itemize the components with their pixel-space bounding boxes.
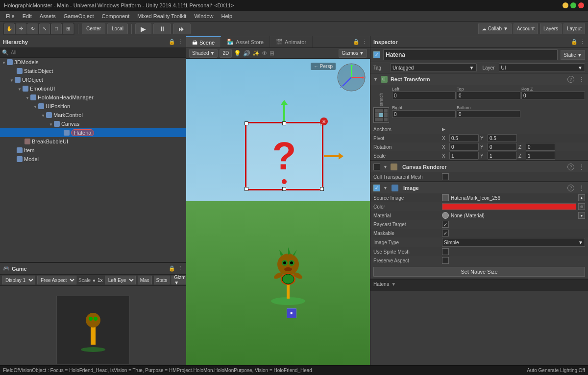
menu-icon-game[interactable]: ⋮ — [177, 265, 183, 272]
lock-icon-game[interactable]: 🔒 — [169, 265, 175, 272]
menu-mixed-reality[interactable]: Mixed Reality Toolkit — [133, 12, 190, 20]
local-btn[interactable]: Local — [107, 23, 128, 34]
cr-overflow[interactable]: ⋮ — [578, 163, 585, 171]
scene-gizmo[interactable]: X Y Z — [337, 63, 366, 92]
rt-overflow[interactable]: ⋮ — [578, 75, 585, 83]
menu-window[interactable]: Window — [190, 12, 217, 20]
menu-assets[interactable]: Assets — [36, 12, 60, 20]
tab-animator[interactable]: 🎬 Animator — [270, 36, 313, 47]
tree-item-markcontrol[interactable]: MarkControl — [0, 111, 186, 119]
aspect-select[interactable]: Free Aspect — [37, 276, 76, 284]
search-input[interactable] — [11, 50, 184, 55]
layers-btn[interactable]: Layers — [540, 23, 562, 34]
posz-input[interactable] — [521, 92, 585, 99]
step-btn[interactable]: ⏭ — [173, 23, 191, 34]
menu-edit[interactable]: Edit — [19, 12, 36, 20]
tool-hand[interactable]: ✋ — [4, 23, 15, 34]
tree-item-hatena[interactable]: Hatena — [0, 128, 186, 137]
maskable-checkbox[interactable] — [442, 230, 449, 236]
handle-b[interactable] — [282, 187, 286, 191]
canvas-renderer-header[interactable]: ▼ Canvas Renderer ? ⋮ — [370, 161, 588, 172]
image-type-dropdown[interactable]: Simple ▼ — [442, 238, 585, 247]
enable-toggle[interactable] — [373, 51, 380, 58]
tree-item-breakbubble[interactable]: BreakBubbleUI — [0, 137, 186, 146]
tool-rect[interactable]: □ — [51, 23, 62, 34]
lock-icon-scene[interactable]: 🔒 — [353, 39, 360, 45]
tree-item-uiposition[interactable]: UIPosition — [0, 102, 186, 111]
tool-rotate[interactable]: ↻ — [27, 23, 38, 34]
sprite-mesh-checkbox[interactable] — [442, 248, 449, 255]
img-enable[interactable]: ✓ — [373, 185, 380, 191]
rot-y-input[interactable] — [488, 143, 517, 151]
source-select-btn[interactable]: ● — [578, 194, 585, 201]
lock-icon[interactable]: 🔒 — [169, 39, 175, 45]
scene-cube[interactable]: ■ — [287, 308, 296, 318]
tree-item-uiobject[interactable]: UIObject — [0, 75, 186, 84]
top-input[interactable] — [457, 92, 520, 99]
object-name-input[interactable] — [383, 49, 558, 60]
collab-btn[interactable]: ☁ Collab ▼ — [478, 23, 512, 34]
tree-item-model[interactable]: Model — [0, 155, 186, 164]
raycast-checkbox[interactable] — [442, 221, 449, 228]
pivot-x-input[interactable] — [449, 134, 479, 142]
bottom-input[interactable] — [457, 110, 520, 118]
hierarchy-search[interactable]: 🔍 — [0, 48, 186, 58]
menu-inspector[interactable]: ⋮ — [580, 39, 585, 45]
scene-question-box[interactable]: ? ✕ — [245, 122, 323, 190]
tab-scene[interactable]: 🏔 Scene — [186, 36, 221, 47]
image-header[interactable]: ✓ ▼ Image ? ⋮ — [370, 182, 588, 193]
menu-component[interactable]: Component — [98, 12, 133, 20]
tree-item-staticobject[interactable]: StaticObject — [0, 67, 186, 75]
handle-bl[interactable] — [245, 187, 248, 191]
rect-transform-header[interactable]: ▼ ⊞ Rect Transform ? ⋮ — [370, 73, 588, 85]
scale-y-input[interactable] — [488, 152, 517, 160]
maximize-btn[interactable] — [570, 2, 576, 8]
close-btn[interactable] — [578, 2, 584, 8]
tool-multi[interactable]: ⊞ — [63, 23, 74, 34]
tool-scale[interactable]: ⤡ — [39, 23, 50, 34]
handle-tl[interactable] — [245, 121, 248, 125]
lock-inspector[interactable]: 🔒 — [571, 39, 578, 45]
tree-item-emotionui[interactable]: EmotionUI — [0, 84, 186, 93]
menu-icon[interactable]: ⋮ — [177, 39, 183, 45]
gizmos-btn[interactable]: Gizmos ▼ — [339, 49, 367, 58]
preserve-checkbox[interactable] — [442, 257, 449, 264]
scale-x-input[interactable] — [449, 152, 479, 160]
tag-dropdown[interactable]: Untagged ▼ — [390, 63, 477, 72]
audio-icon[interactable]: 🔊 — [243, 50, 250, 57]
layout-btn[interactable]: Layout — [564, 23, 585, 34]
handle-br[interactable] — [320, 187, 324, 191]
rt-info[interactable]: ? — [567, 76, 574, 83]
eye-select[interactable]: Left Eye — [105, 276, 136, 284]
cull-checkbox[interactable] — [442, 173, 449, 180]
tab-asset-store[interactable]: 🏪 Asset Store — [221, 36, 270, 47]
shaded-btn[interactable]: Shaded ▼ — [189, 49, 218, 58]
rot-x-input[interactable] — [449, 143, 479, 151]
hidden-icon[interactable]: 👁 — [262, 50, 268, 57]
color-picker-icon[interactable]: ⊕ — [578, 203, 585, 210]
tree-item-3dmodels[interactable]: 3DModels — [0, 58, 186, 67]
game-stats[interactable]: Stats — [154, 276, 170, 284]
anchor-arrow[interactable]: ▶ — [442, 127, 445, 132]
mode-2d-btn[interactable]: 2D — [220, 49, 232, 58]
img-overflow[interactable]: ⋮ — [578, 184, 585, 192]
layer-dropdown[interactable]: UI ▼ — [499, 63, 586, 72]
light-icon[interactable]: 💡 — [234, 50, 241, 57]
menu-gameobject[interactable]: GameObject — [60, 12, 98, 20]
auto-lighting[interactable]: Auto Generate Lighting Off — [527, 368, 585, 373]
set-native-btn[interactable]: Set Native Size — [373, 267, 585, 277]
tool-move[interactable]: ✛ — [16, 23, 26, 34]
rot-z-input[interactable] — [526, 143, 555, 151]
tree-item-holomon[interactable]: HoloMonHeadManager — [0, 93, 186, 102]
cr-info[interactable]: ? — [567, 164, 574, 170]
menu-icon-scene[interactable]: ⋮ — [362, 39, 367, 45]
grid-icon[interactable]: ⊞ — [270, 50, 274, 57]
pause-btn[interactable]: ⏸ — [153, 23, 171, 34]
preview-expand[interactable]: ▼ — [391, 281, 396, 287]
left-input[interactable] — [392, 92, 456, 99]
minimize-btn[interactable] — [563, 2, 568, 8]
img-info[interactable]: ? — [567, 185, 574, 191]
pivot-y-input[interactable] — [488, 134, 517, 142]
right-arrow-gizmo[interactable] — [324, 155, 340, 157]
static-label[interactable]: Static ▼ — [561, 50, 585, 60]
